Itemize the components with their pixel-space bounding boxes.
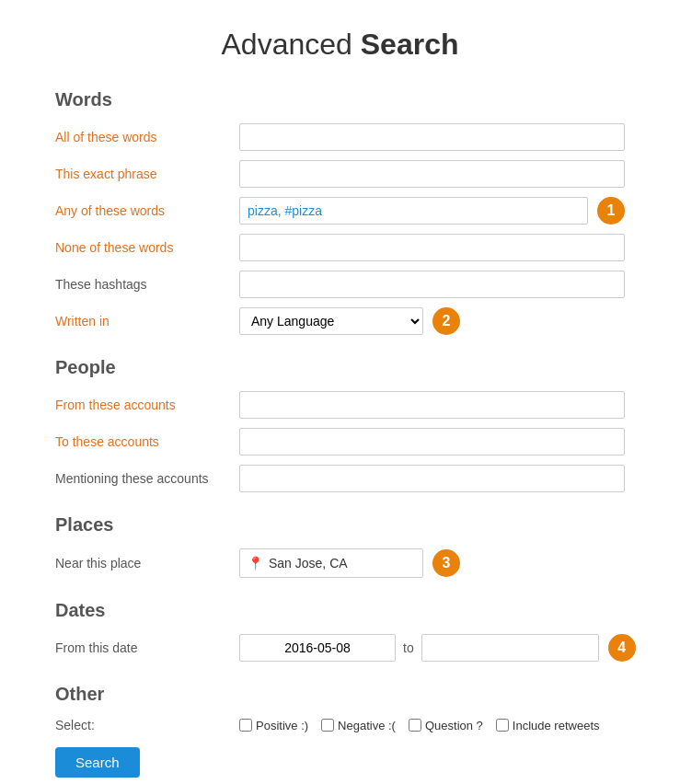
from-accounts-label: From these accounts (55, 398, 239, 412)
badge-3: 3 (432, 549, 460, 577)
select-label: Select: (55, 718, 239, 732)
exact-phrase-label: This exact phrase (55, 167, 239, 181)
any-words-input[interactable] (239, 197, 588, 225)
from-date-label: From this date (55, 640, 239, 655)
place-text: San Jose, CA (269, 556, 348, 571)
hashtags-row: These hashtags (55, 271, 625, 298)
select-row: Select: Positive :) Negative :( Question… (55, 718, 625, 732)
dates-section: Dates From this date to 4 (55, 600, 625, 662)
retweets-checkbox[interactable] (496, 719, 509, 732)
dates-heading: Dates (55, 600, 625, 621)
from-accounts-input[interactable] (239, 391, 625, 419)
words-section: Words All of these words This exact phra… (55, 89, 625, 335)
location-icon: 📍 (248, 556, 263, 571)
page-container: Advanced Search Words All of these words… (0, 0, 680, 784)
exact-phrase-row: This exact phrase (55, 160, 625, 188)
any-words-row: Any of these words 1 (55, 197, 625, 225)
places-heading: Places (55, 514, 625, 536)
badge-2: 2 (432, 307, 460, 335)
checkbox-retweets[interactable]: Include retweets (496, 719, 600, 732)
badge-4: 4 (608, 634, 636, 662)
to-accounts-row: To these accounts (55, 428, 625, 455)
people-heading: People (55, 357, 625, 378)
near-place-row: Near this place 📍 San Jose, CA 3 (55, 548, 625, 578)
page-title: Advanced Search (55, 28, 625, 62)
date-range-group: to 4 (239, 634, 636, 662)
hashtags-label: These hashtags (55, 277, 239, 292)
from-accounts-row: From these accounts (55, 391, 625, 419)
all-words-input[interactable] (239, 123, 625, 151)
question-label: Question ? (425, 719, 483, 732)
near-place-field-group: 📍 San Jose, CA 3 (239, 548, 460, 578)
exact-phrase-input[interactable] (239, 160, 625, 188)
other-heading: Other (55, 684, 625, 705)
all-words-row: All of these words (55, 123, 625, 151)
language-row: Written in Any Language English Spanish … (55, 307, 625, 335)
near-place-label: Near this place (55, 556, 239, 571)
search-button[interactable]: Search (55, 747, 140, 778)
mention-accounts-row: Mentioning these accounts (55, 465, 625, 492)
from-date-input[interactable] (239, 634, 396, 662)
language-field-group: Any Language English Spanish French Germ… (239, 307, 460, 335)
any-words-field-group: 1 (239, 197, 625, 225)
badge-1: 1 (597, 197, 625, 225)
mention-accounts-input[interactable] (239, 465, 625, 492)
hashtags-input[interactable] (239, 271, 625, 298)
negative-label: Negative :( (338, 719, 396, 732)
any-words-label: Any of these words (55, 203, 239, 218)
positive-checkbox[interactable] (239, 719, 252, 732)
to-date-input[interactable] (421, 634, 599, 662)
from-date-row: From this date to 4 (55, 634, 625, 662)
none-words-input[interactable] (239, 234, 625, 261)
place-input-wrapper[interactable]: 📍 San Jose, CA (239, 548, 423, 578)
none-words-label: None of these words (55, 240, 239, 255)
to-accounts-label: To these accounts (55, 434, 239, 449)
checkbox-question[interactable]: Question ? (409, 719, 483, 732)
negative-checkbox[interactable] (321, 719, 334, 732)
date-to-label: to (403, 640, 414, 655)
positive-label: Positive :) (256, 719, 308, 732)
checkbox-positive[interactable]: Positive :) (239, 719, 308, 732)
other-section: Other Select: Positive :) Negative :( Qu… (55, 684, 625, 778)
question-checkbox[interactable] (409, 719, 421, 732)
language-label: Written in (55, 314, 239, 329)
retweets-label: Include retweets (513, 719, 600, 732)
people-section: People From these accounts To these acco… (55, 357, 625, 492)
words-heading: Words (55, 89, 625, 110)
none-words-row: None of these words (55, 234, 625, 261)
mention-accounts-label: Mentioning these accounts (55, 471, 239, 486)
to-accounts-input[interactable] (239, 428, 625, 455)
checkbox-negative[interactable]: Negative :( (321, 719, 396, 732)
all-words-label: All of these words (55, 130, 239, 144)
checkboxes-group: Positive :) Negative :( Question ? Inclu… (239, 719, 600, 732)
language-select[interactable]: Any Language English Spanish French Germ… (239, 307, 423, 335)
places-section: Places Near this place 📍 San Jose, CA 3 (55, 514, 625, 578)
